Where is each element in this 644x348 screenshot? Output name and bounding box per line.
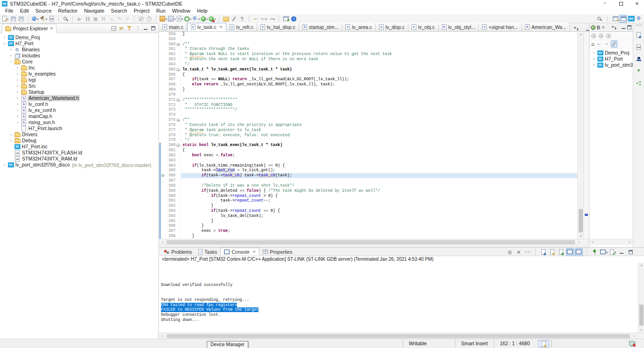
information-center-button[interactable]: i [290,15,298,23]
save-console-button[interactable] [539,248,547,256]
tree-chevron-icon[interactable]: › [15,119,20,125]
tree-chevron-icon[interactable]: › [15,71,20,77]
fold-toggle-icon[interactable] [176,68,180,71]
debug-perspective-button[interactable] [635,15,643,23]
new-cpp-project-button[interactable]: ▾ [168,15,176,23]
tree-chevron-icon[interactable]: › [15,65,20,71]
toggle-link-editor-button[interactable] [282,15,290,23]
code-line[interactable]: 389 if(task_deleted == false) { /*The ta… [159,188,589,194]
code-line[interactable]: 398 } [159,234,589,239]
collapse-all-button[interactable] [112,26,116,31]
save-button[interactable] [9,15,17,23]
code-line[interactable]: 386 if(task->task_cb) task->task_cb(task… [159,173,589,178]
code-line[interactable]: 387 [159,178,589,183]
code-line[interactable]: 383 [159,158,589,163]
external-tools-button[interactable]: ▾ [208,15,216,23]
view-action-button-3[interactable] [606,34,611,38]
scroll-left-icon[interactable]: ‹ [589,239,596,245]
editor-tab[interactable]: c<signal han... [479,23,522,31]
tree-chevron-icon[interactable]: › [8,132,14,138]
resume-button[interactable]: ▶ [76,15,84,23]
menu-item-project[interactable]: Project [130,7,153,14]
build-all-button[interactable]: 010 [48,15,56,23]
link-with-editor-toggle[interactable] [611,41,617,48]
code-line[interactable]: 369} [159,87,589,92]
code-line[interactable]: 358} [159,32,589,37]
new-wizard-button[interactable]: ▾ [1,15,9,23]
project-tree-item[interactable]: ›Core [0,59,158,65]
tree-chevron-icon[interactable]: › [8,138,14,144]
console-line[interactable] [161,292,638,298]
console-line[interactable] [161,263,638,268]
pin-console-button[interactable] [591,248,599,256]
tree-chevron-icon[interactable]: › [15,89,20,95]
scroll-right-icon[interactable]: › [626,239,633,245]
tree-chevron-icon[interactable]: › [15,101,20,107]
console-horizontal-scrollbar[interactable]: ‹ › [159,333,644,339]
scroll-down-icon[interactable]: ∨ [638,327,644,333]
toolbar-overflow-button[interactable]: ⋮ [603,15,611,23]
word-wrap-button[interactable] [548,248,556,256]
editor-tab[interactable]: cmain.c [159,23,187,31]
code-line[interactable]: 390 if(task->repeat_count > 0) { [159,194,589,199]
editor-tab[interactable]: clv_hal_disp.c [257,23,299,31]
instruction-stepping-button[interactable] [145,15,153,23]
open-element-button[interactable] [222,15,230,23]
code-line[interactable]: 366{ [159,72,589,77]
menu-item-help[interactable]: Help [194,7,211,14]
close-view-icon[interactable]: ✕ [50,26,54,31]
tree-chevron-icon[interactable]: › [591,62,596,68]
code-line[interactable]: 370 [159,92,589,97]
view-action-button-1[interactable] [591,34,596,38]
debug-button[interactable]: ▾ [184,15,192,23]
code-line[interactable]: 376 * Execute task if its the priority i… [159,123,589,128]
quick-search-button[interactable] [595,15,603,23]
show-whitespace-button[interactable]: ¶ [238,15,246,23]
menu-item-edit[interactable]: Edit [17,7,32,14]
project-tree-item[interactable]: ›IDEDemo_Proj [0,35,158,41]
project-tree-item[interactable]: LDSTM32H743IITX_RAM.ld [0,156,158,162]
code-line[interactable]: 391 task->repeat_count--; [159,198,589,203]
tree-chevron-icon[interactable]: › [15,113,20,119]
filter-button[interactable] [126,26,132,31]
panel-horizontal-scrollbar[interactable]: ‹ › [589,239,633,245]
minimize-view-button[interactable] [622,25,626,29]
editor-tab[interactable]: Sstartup_stm... [299,23,343,31]
tree-chevron-icon[interactable]: › [15,77,20,83]
code-line[interactable]: 396 } [159,223,589,229]
code-line[interactable]: 385 task->last_run = lv_tick_get(); [159,168,589,173]
open-console-button[interactable]: ▾ [609,248,617,256]
tree-chevron-icon[interactable]: › [15,83,20,89]
code-line[interactable]: 364 */ [159,62,589,67]
maximize-view-button[interactable] [627,25,631,29]
code-line[interactable]: 380static bool lv_task_exec(lv_task_t * … [159,143,589,148]
console-line[interactable]: Shutting down... [161,318,638,323]
project-tree-item[interactable]: ›Includes [0,53,158,59]
terminate-console-button[interactable]: ■ [506,248,514,256]
background-operations-icon[interactable] [629,341,635,346]
tab-overflow-button[interactable]: »1 [570,25,582,31]
editor-tab[interactable]: clv_disp.c [376,23,408,31]
build-button[interactable]: ▾ [39,15,48,23]
code-line[interactable]: 378 * @return true: execute, false: not … [159,133,589,138]
tree-chevron-icon[interactable]: › [8,59,14,64]
menu-item-file[interactable]: File [2,7,17,14]
display-selected-console-button[interactable]: ▾ [600,248,608,256]
editor-presentation-button[interactable] [538,340,549,348]
new-c-project-button[interactable]: ▾ [159,15,168,23]
project-tree-item[interactable]: ›lv_examples [0,71,158,77]
link-with-editor-button[interactable] [119,26,123,31]
project-tree-item[interactable]: LDSTM32H743IITX_FLASH.ld [0,150,158,156]
editor-tab[interactable]: clv_task.c✕ [187,23,226,31]
code-line[interactable]: 375/** [159,118,589,123]
home-button[interactable] [591,42,595,47]
console-line[interactable] [161,268,638,273]
new-c-file-button[interactable]: c▾ [176,15,184,23]
fold-toggle-icon[interactable] [176,98,180,102]
close-tab-icon[interactable]: ✕ [252,250,256,254]
code-line[interactable]: 393 if(task->repeat_count == 0) { [159,209,589,214]
back-button[interactable]: ← [597,41,601,48]
terminate-button[interactable]: ■ [91,15,99,23]
console-line[interactable]: Target is not responding, retrying... [161,298,638,303]
code-line[interactable]: 384 if(lv_task_time_remaining(task) == 0… [159,163,589,168]
